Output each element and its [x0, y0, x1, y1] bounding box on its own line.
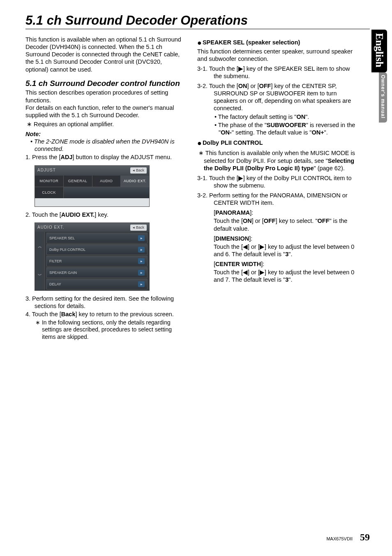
- section-text-1: This section describes operation procedu…: [25, 89, 186, 104]
- ss2-title: AUDIO EXT.: [37, 225, 65, 230]
- step-1: 1. Press the [ADJ] button to display the…: [25, 153, 186, 161]
- page-title: 5.1 ch Surround Decoder Operations: [25, 13, 370, 29]
- panorama-head: [PANORAMA]:: [197, 209, 357, 216]
- ss1-tab-monitor: MONITOR: [35, 176, 64, 187]
- ss2-row-speaker-sel: SPEAKER SEL▸: [46, 233, 148, 243]
- note-bullet: • The 2-ZONE mode is disabled when the D…: [25, 138, 186, 153]
- tab-owners-manual: Owner's manual: [379, 72, 387, 123]
- ss2-row-filter: FILTER▸: [46, 256, 148, 266]
- dimension-head: [DIMENSION]:: [197, 235, 357, 242]
- step-3-2-sub2: • The phase of the "SUBWOOFER" is revers…: [197, 121, 357, 136]
- chevron-down-icon: ︾: [38, 273, 42, 278]
- ss2-row-delay: DELAY▸: [46, 279, 148, 290]
- ss2-scroll: ︽ ︾: [35, 232, 45, 290]
- step-3-2: 3-2. Touch the [ON] or [OFF] key of the …: [197, 82, 357, 112]
- section-text-2: For details on each function, refer to t…: [25, 104, 186, 119]
- step-3-1: 3-1. Touch the [▶] key of the SPEAKER SE…: [197, 65, 357, 80]
- ss1-tab-clock: CLOCK: [35, 187, 64, 198]
- dolby-note: ∗ This function is available only when t…: [197, 149, 357, 171]
- right-column: ●SPEAKER SEL (speaker selection) This fu…: [197, 36, 357, 341]
- dolby-3-1: 3-1. Touch the [▶] key of the Dolby PLII…: [197, 174, 357, 189]
- chevron-up-icon: ︽: [38, 244, 42, 249]
- dolby-3-2: 3-2. Perform setting for the PANORAMA, D…: [197, 192, 357, 206]
- note-label: Note:: [25, 130, 186, 138]
- ss1-title: ADJUST: [37, 168, 56, 173]
- sub-heading: 5.1 ch Surround Decoder control function: [25, 79, 186, 88]
- speaker-sel-text: This function determines center speaker,…: [197, 48, 357, 63]
- step-3: 3. Perform setting for the desired item.…: [25, 295, 186, 310]
- left-column: This function is available when an optio…: [25, 36, 186, 341]
- side-tabs: English Owner's manual: [371, 30, 387, 123]
- step-3-2-sub1: • The factory default setting is "ON".: [197, 113, 357, 120]
- ss2-row-dolby: Dolby PLII CONTROL▸: [46, 244, 148, 255]
- adjust-menu-screenshot: ADJUST ◂ Back MONITOR GENERAL AUDIO AUDI…: [35, 165, 150, 207]
- ss1-tab-audio-ext: AUDIO EXT.: [121, 176, 149, 187]
- step-4-sub: ∗ In the following sections, only the de…: [25, 319, 186, 341]
- step-2: 2. Touch the [AUDIO EXT.] key.: [25, 211, 186, 218]
- step-4: 4. Touch the [Back] key to return to the…: [25, 310, 186, 318]
- ss1-tab-general: GENERAL: [64, 176, 92, 187]
- panorama-text: Touch the [ON] or [OFF] key to select. "…: [197, 217, 357, 232]
- dimension-text: Touch the [◀] or [▶] key to adjust the l…: [197, 243, 357, 258]
- ss2-row-speaker-gain: SPEAKER GAIN▸: [46, 267, 148, 278]
- center-width-head: [CENTER WIDTH]:: [197, 260, 357, 268]
- dolby-heading: ●Dolby PLII CONTROL: [197, 139, 357, 148]
- tab-english: English: [371, 30, 387, 72]
- model-label: MAX675VDII: [326, 536, 353, 541]
- center-width-text: Touch the [◀] or [▶] key to adjust the l…: [197, 269, 357, 283]
- page-footer: MAX675VDII 59: [326, 532, 370, 543]
- ss1-tab-audio: AUDIO: [92, 176, 121, 187]
- asterisk-note: ∗ Requires an optional amplifier.: [25, 120, 186, 128]
- ss1-back-button: ◂ Back: [130, 167, 147, 174]
- intro-text: This function is available when an optio…: [25, 36, 186, 73]
- ss2-back-button: ◂ Back: [130, 225, 147, 231]
- page-number: 59: [360, 532, 370, 543]
- speaker-sel-heading: ●SPEAKER SEL (speaker selection): [197, 38, 357, 48]
- audio-ext-screenshot: AUDIO EXT. ◂ Back ︽ ︾ SPEAKER SEL▸ Dolby…: [35, 222, 150, 291]
